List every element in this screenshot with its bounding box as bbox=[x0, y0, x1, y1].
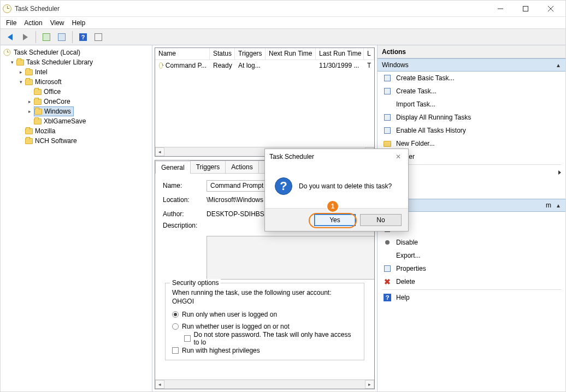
no-button[interactable]: No bbox=[360, 214, 402, 226]
col-next[interactable]: Next Run Time bbox=[266, 48, 316, 60]
col-status[interactable]: Status bbox=[210, 48, 235, 60]
tab-general[interactable]: General bbox=[155, 161, 191, 174]
action-disable[interactable]: Disable bbox=[378, 236, 565, 249]
tab-triggers[interactable]: Triggers bbox=[190, 161, 226, 173]
folder-icon bbox=[34, 109, 42, 115]
scroll-left-icon[interactable]: ◂ bbox=[155, 380, 164, 389]
folder-icon bbox=[34, 118, 42, 124]
tree-label: NCH Software bbox=[35, 137, 77, 145]
actions-group-tail-label: m bbox=[546, 201, 551, 209]
dialog-close-button[interactable]: ✕ bbox=[393, 153, 404, 161]
tree-root[interactable]: Task Scheduler (Local) bbox=[2, 47, 151, 57]
confirm-dialog: Task Scheduler ✕ ? Do you want to delete… bbox=[264, 149, 409, 231]
collapse-icon[interactable]: ▲ bbox=[556, 203, 561, 209]
tree-label: Intel bbox=[35, 68, 48, 76]
security-legend: Security options bbox=[170, 279, 221, 287]
toolbar-btn-3[interactable] bbox=[92, 31, 104, 43]
task-next bbox=[266, 64, 316, 67]
action-delete[interactable]: ✖Delete bbox=[378, 275, 565, 288]
scroll-right-icon[interactable]: ▸ bbox=[365, 380, 374, 389]
folder-icon bbox=[25, 79, 33, 85]
checkbox-no-store-label: Do not store password. The task will onl… bbox=[194, 331, 357, 346]
actions-group-windows[interactable]: Windows ▲ bbox=[378, 58, 565, 72]
expander-icon[interactable]: ▸ bbox=[27, 109, 33, 115]
task-row[interactable]: Command P... Ready At log... 11/30/1999 … bbox=[155, 60, 374, 71]
history-icon bbox=[383, 126, 392, 135]
action-display-running[interactable]: Display All Running Tasks bbox=[378, 111, 565, 124]
action-label: Import Task... bbox=[396, 100, 435, 108]
menu-file[interactable]: File bbox=[6, 19, 16, 27]
minimize-button[interactable] bbox=[488, 1, 513, 17]
properties-icon bbox=[383, 264, 392, 273]
scroll-left-icon[interactable]: ◂ bbox=[155, 147, 164, 156]
col-triggers[interactable]: Triggers bbox=[235, 48, 266, 60]
tree-windows[interactable]: ▸ Windows bbox=[2, 106, 151, 116]
task-icon bbox=[159, 62, 162, 69]
col-l[interactable]: L bbox=[364, 48, 374, 60]
radio-run-whether[interactable] bbox=[172, 323, 179, 330]
task-last: 11/30/1999 ... bbox=[316, 61, 364, 70]
description-field[interactable] bbox=[207, 236, 374, 280]
tasks-list: Name Status Triggers Next Run Time Last … bbox=[155, 47, 375, 157]
tree-library[interactable]: ▾ Task Scheduler Library bbox=[2, 57, 151, 67]
tree-nch[interactable]: NCH Software bbox=[2, 136, 151, 146]
toolbar-help-button[interactable]: ? bbox=[77, 31, 89, 43]
action-create-basic-task[interactable]: Create Basic Task... bbox=[378, 72, 565, 85]
titlebar: Task Scheduler bbox=[1, 1, 565, 17]
yes-label: Yes bbox=[329, 216, 340, 224]
folder-icon bbox=[25, 69, 33, 75]
checkbox-no-store-password[interactable] bbox=[184, 335, 191, 342]
menu-view[interactable]: View bbox=[50, 19, 64, 27]
back-button[interactable] bbox=[4, 31, 16, 43]
label-location: Location: bbox=[163, 196, 207, 204]
close-button[interactable] bbox=[538, 1, 563, 17]
forward-button[interactable] bbox=[19, 31, 31, 43]
no-label: No bbox=[376, 216, 385, 224]
tasks-header: Name Status Triggers Next Run Time Last … bbox=[155, 48, 374, 60]
action-label: New Folder... bbox=[396, 140, 435, 147]
security-user: OHGOI bbox=[172, 298, 357, 305]
tree-label: Task Scheduler Library bbox=[26, 58, 93, 66]
col-last[interactable]: Last Run Time bbox=[316, 48, 364, 60]
tree-office[interactable]: Office bbox=[2, 87, 151, 97]
expander-icon[interactable]: ▾ bbox=[9, 60, 15, 66]
menubar: File Action View Help bbox=[1, 17, 565, 29]
security-options-group: Security options When running the task, … bbox=[165, 283, 364, 360]
radio-run-logged-on[interactable] bbox=[172, 311, 179, 318]
tab-actions[interactable]: Actions bbox=[225, 161, 258, 173]
expander-icon[interactable]: ▾ bbox=[18, 79, 24, 85]
label-author: Author: bbox=[163, 210, 207, 218]
action-label: Export... bbox=[396, 252, 421, 259]
maximize-button[interactable] bbox=[513, 1, 538, 17]
action-label: Disable bbox=[396, 239, 418, 246]
tree-microsoft[interactable]: ▾ Microsoft bbox=[2, 77, 151, 87]
expander-icon[interactable]: ▸ bbox=[18, 69, 24, 75]
checkbox-run-highest[interactable] bbox=[172, 347, 179, 354]
dialog-message: Do you want to delete this task? bbox=[299, 182, 392, 190]
tree-mozilla[interactable]: Mozilla bbox=[2, 126, 151, 136]
tree-xblgamesave[interactable]: XblGameSave bbox=[2, 116, 151, 126]
menu-help[interactable]: Help bbox=[72, 19, 86, 27]
app-icon bbox=[4, 49, 11, 56]
folder-icon bbox=[34, 99, 42, 105]
export-icon bbox=[383, 251, 392, 260]
toolbar-btn-1[interactable] bbox=[40, 31, 52, 43]
security-when-running: When running the task, use the following… bbox=[172, 289, 357, 296]
tree-label: Windows bbox=[44, 108, 71, 115]
action-export[interactable]: Export... bbox=[378, 249, 565, 262]
action-import-task[interactable]: Import Task... bbox=[378, 98, 565, 111]
tree-intel[interactable]: ▸ Intel bbox=[2, 67, 151, 77]
action-properties[interactable]: Properties bbox=[378, 262, 565, 275]
collapse-icon[interactable]: ▲ bbox=[556, 62, 561, 68]
col-name[interactable]: Name bbox=[155, 48, 210, 60]
toolbar-btn-2[interactable] bbox=[56, 31, 68, 43]
tree-onecore[interactable]: ▸ OneCore bbox=[2, 97, 151, 106]
action-enable-history[interactable]: Enable All Tasks History bbox=[378, 124, 565, 137]
tree-label: Microsoft bbox=[35, 78, 62, 86]
action-help[interactable]: ?Help bbox=[378, 291, 565, 304]
action-create-task[interactable]: Create Task... bbox=[378, 85, 565, 98]
yes-button[interactable]: Yes bbox=[314, 214, 356, 226]
details-horizontal-scrollbar[interactable]: ◂ ▸ bbox=[155, 379, 374, 389]
menu-action[interactable]: Action bbox=[24, 19, 42, 27]
expander-icon[interactable]: ▸ bbox=[27, 99, 33, 105]
